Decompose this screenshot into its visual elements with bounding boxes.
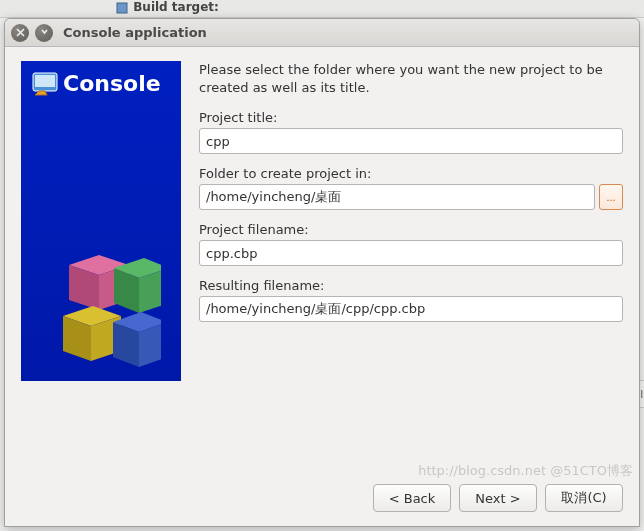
- background-toolbar: Build target:: [0, 0, 644, 18]
- project-filename-label: Project filename:: [199, 222, 623, 237]
- resulting-filename-input[interactable]: [199, 296, 623, 322]
- folder-label: Folder to create project in:: [199, 166, 623, 181]
- dialog-content: Console: [5, 47, 639, 474]
- banner-title: Console: [63, 71, 161, 96]
- folder-input[interactable]: [199, 184, 595, 210]
- close-icon[interactable]: [11, 24, 29, 42]
- project-title-label: Project title:: [199, 110, 623, 125]
- titlebar: Console application: [5, 19, 639, 47]
- svg-rect-2: [35, 75, 55, 87]
- cancel-button[interactable]: 取消(C): [545, 484, 623, 512]
- instruction-text: Please select the folder where you want …: [199, 61, 623, 96]
- browse-button[interactable]: ...: [599, 184, 623, 210]
- build-target-label: Build target:: [115, 0, 219, 15]
- project-title-input[interactable]: [199, 128, 623, 154]
- back-button[interactable]: < Back: [373, 484, 451, 512]
- button-bar: < Back Next > 取消(C): [5, 474, 639, 526]
- resulting-filename-label: Resulting filename:: [199, 278, 623, 293]
- window-title: Console application: [63, 25, 207, 40]
- project-filename-input[interactable]: [199, 240, 623, 266]
- minimize-icon[interactable]: [35, 24, 53, 42]
- console-app-icon: [31, 69, 59, 97]
- wizard-banner: Console: [21, 61, 181, 381]
- next-button[interactable]: Next >: [459, 484, 537, 512]
- banner-cubes-image: [41, 241, 161, 371]
- svg-rect-0: [117, 3, 127, 13]
- wizard-dialog: Console application Console: [4, 18, 640, 527]
- form-area: Please select the folder where you want …: [199, 61, 623, 466]
